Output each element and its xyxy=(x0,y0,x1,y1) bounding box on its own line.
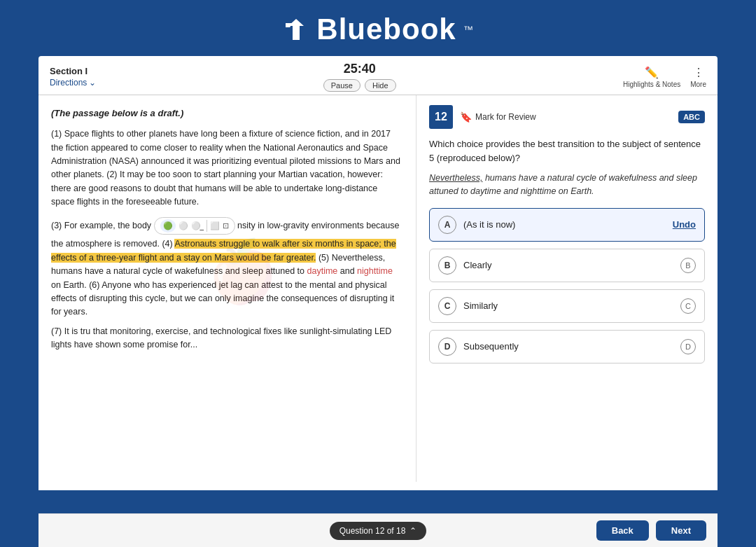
more-button[interactable]: ⋮ More xyxy=(690,66,706,88)
chevron-down-icon: ⌄ xyxy=(89,78,96,88)
passage-paragraph-1: (1) Space flights to other planets have … xyxy=(51,127,403,209)
choice-b-indicator: B xyxy=(680,258,696,273)
logo-text: Bluebook xyxy=(316,13,456,46)
choice-d-letter: D xyxy=(438,338,456,356)
choice-d-indicator: D xyxy=(680,339,696,354)
highlights-notes-button[interactable]: ✏️ Highlights & Notes xyxy=(623,66,680,88)
timer-display: 25:40 xyxy=(344,62,376,76)
passage-quote: Nevertheless, humans have a natural cycl… xyxy=(429,172,705,198)
passage-paragraph-2: (3) For example, the body 🟢 ⚪ ⚪ ̲ ⬜ ⊡ ns… xyxy=(51,214,403,319)
question-number: 12 xyxy=(429,105,453,129)
inline-toolbar: 🟢 ⚪ ⚪ ̲ ⬜ ⊡ xyxy=(154,217,235,235)
content-area: (The passage below is a draft.) (1) Spac… xyxy=(38,95,718,482)
choice-c[interactable]: C Similarly C xyxy=(429,289,705,323)
choice-a[interactable]: A (As it is now) Undo xyxy=(429,208,705,242)
pencil-icon: ✏️ xyxy=(645,66,659,79)
back-button[interactable]: Back xyxy=(596,520,649,541)
expand-icon[interactable]: ⊡ xyxy=(223,220,229,232)
passage-text: (1) Space flights to other planets have … xyxy=(51,127,403,352)
abc-badge: ABC xyxy=(678,111,705,123)
undo-button[interactable]: Undo xyxy=(673,219,696,230)
svg-marker-0 xyxy=(288,19,304,40)
mark-review-label: Mark for Review xyxy=(475,112,536,122)
pause-button[interactable]: Pause xyxy=(323,79,360,92)
bottom-bar: Question 12 of 18 ⌃ Back Next xyxy=(38,513,718,547)
timer-buttons: Pause Hide xyxy=(323,79,396,92)
passage-paragraph-3: (7) It is tru that monitoring, exercise,… xyxy=(51,325,403,352)
passage-panel: (The passage below is a draft.) (1) Spac… xyxy=(38,95,416,482)
choice-d[interactable]: D Subsequently D xyxy=(429,330,705,363)
nav-buttons: Back Next xyxy=(596,520,706,541)
more-icon: ⋮ xyxy=(693,66,704,79)
logo-tm: ™ xyxy=(463,24,473,35)
color-green-icon[interactable]: 🟢 xyxy=(160,219,176,233)
timer-area: 25:40 Pause Hide xyxy=(323,62,396,92)
top-bar: Section I Directions ⌄ 25:40 Pause Hide … xyxy=(38,56,718,95)
choice-b-letter: B xyxy=(438,256,456,275)
colored-text-daytime: daytime xyxy=(307,266,338,276)
quote-underline-word: Nevertheless, xyxy=(429,173,482,183)
logo: Bluebook™ xyxy=(283,13,472,46)
app-header: Bluebook™ xyxy=(0,0,756,56)
next-button[interactable]: Next xyxy=(656,520,706,541)
choice-a-text: (As it is now) xyxy=(463,219,667,230)
question-panel: 12 🔖 Mark for Review ABC Which choice pr… xyxy=(416,95,718,482)
top-right-tools: ✏️ Highlights & Notes ⋮ More xyxy=(623,66,706,88)
answer-choices: A (As it is now) Undo B Clearly B C Simi… xyxy=(429,208,705,363)
choice-c-indicator: C xyxy=(680,298,696,314)
main-panel: Section I Directions ⌄ 25:40 Pause Hide … xyxy=(38,56,718,490)
question-text: Which choice provides the best transitio… xyxy=(429,137,705,165)
mark-review[interactable]: 🔖 Mark for Review xyxy=(460,111,671,123)
choice-b[interactable]: B Clearly B xyxy=(429,249,705,282)
bluebook-logo-icon xyxy=(283,16,309,43)
highlighted-text: Astronauts struggle to walk after six mo… xyxy=(51,239,396,262)
question-header: 12 🔖 Mark for Review ABC xyxy=(429,105,705,129)
question-progress-button[interactable]: Question 12 of 18 ⌃ xyxy=(330,522,427,540)
bookmark-icon: 🔖 xyxy=(460,111,472,123)
section-label: Section I xyxy=(50,66,96,76)
choice-a-letter: A xyxy=(438,216,456,234)
choice-c-letter: C xyxy=(438,297,456,315)
passage-title: (The passage below is a draft.) xyxy=(51,106,403,120)
eraser-icon[interactable]: ⬜ xyxy=(206,220,220,232)
choice-b-text: Clearly xyxy=(463,260,675,270)
hide-button[interactable]: Hide xyxy=(365,79,396,92)
colored-text-nighttime: nighttime xyxy=(357,266,393,276)
question-progress-text: Question 12 of 18 xyxy=(340,526,406,536)
directions-button[interactable]: Directions ⌄ xyxy=(50,78,96,88)
color-circle2-icon[interactable]: ⚪ xyxy=(191,220,201,232)
choice-d-text: Subsequently xyxy=(463,341,675,352)
chevron-up-icon: ⌃ xyxy=(410,526,416,536)
choice-c-text: Similarly xyxy=(463,300,675,311)
color-circle-icon[interactable]: ⚪ xyxy=(178,220,188,232)
